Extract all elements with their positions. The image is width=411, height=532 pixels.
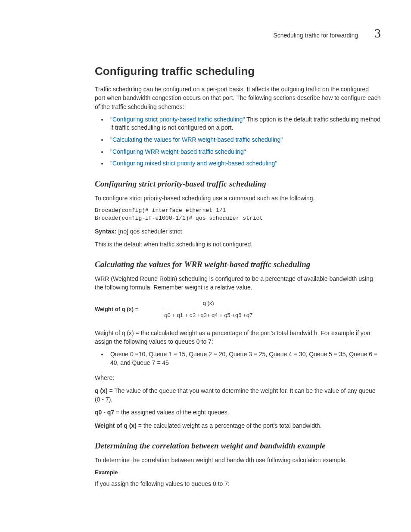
list-item: Queue 0 =10, Queue 1 = 15, Queue 2 = 20,… bbox=[108, 350, 381, 367]
body-text: If you assign the following values to qu… bbox=[95, 479, 381, 488]
list-item: "Configuring strict priority-based traff… bbox=[108, 115, 381, 132]
code-block: Brocade(config)# interface ethernet 1/1 … bbox=[95, 207, 381, 222]
term-body: = the calculated weight as a percentage … bbox=[137, 422, 322, 429]
definition: Weight of q (x) = the calculated weight … bbox=[95, 421, 381, 430]
syntax-label: Syntax: bbox=[95, 228, 117, 235]
fraction-line bbox=[162, 309, 254, 309]
queue-values-list: Queue 0 =10, Queue 1 = 15, Queue 2 = 20,… bbox=[95, 350, 381, 367]
body-text: Weight of q (x) = the calculated weight … bbox=[95, 329, 381, 346]
syntax-line: Syntax: [no] qos scheduler strict bbox=[95, 227, 381, 236]
list-item: "Calculating the values for WRR weight-b… bbox=[108, 136, 381, 144]
where-label: Where: bbox=[95, 373, 381, 382]
xref-link[interactable]: "Configuring mixed strict priority and w… bbox=[110, 160, 277, 167]
chapter-number: 3 bbox=[374, 26, 381, 40]
list-item-text: Queue 0 =10, Queue 1 = 15, Queue 2 = 20,… bbox=[110, 351, 377, 366]
definition: q0 - q7 = the assigned values of the eig… bbox=[95, 408, 381, 417]
term-name: q0 - q7 bbox=[95, 409, 114, 416]
formula-denominator: q0 + q1 + q2 +q3+ q4 + q5 +q6 +q7 bbox=[162, 311, 254, 318]
formula: Weight of q (x) = q (x) q0 + q1 + q2 +q3… bbox=[95, 300, 381, 318]
section-intro: Traffic scheduling can be configured on … bbox=[95, 85, 381, 111]
body-text: WRR (Weighted Round Robin) scheduling is… bbox=[95, 274, 381, 292]
running-title: Scheduling traffic for forwarding bbox=[273, 32, 358, 39]
section-heading: Configuring traffic scheduling bbox=[95, 65, 381, 78]
formula-numerator: q (x) bbox=[162, 300, 254, 308]
body-text: To configure strict priority-based sched… bbox=[95, 194, 381, 202]
formula-lhs: Weight of q (x) = bbox=[95, 306, 138, 312]
syntax-body: [no] qos scheduler strict bbox=[117, 228, 182, 235]
page-content: Scheduling traffic for forwarding 3 Conf… bbox=[0, 0, 411, 527]
term-body: = The value of the queue that you want t… bbox=[95, 387, 376, 403]
term-body: = the assigned values of the eight queue… bbox=[114, 409, 229, 416]
subsection-heading: Configuring strict priority-based traffi… bbox=[95, 179, 381, 189]
scheme-list: "Configuring strict priority-based traff… bbox=[95, 115, 381, 168]
term-name: q (x) bbox=[95, 387, 108, 394]
term-name: Weight of q (x) bbox=[95, 422, 137, 429]
list-item: "Configuring WRR weight-based traffic sc… bbox=[108, 148, 381, 156]
body-text: To determine the correlation between wei… bbox=[95, 456, 381, 464]
running-header: Scheduling traffic for forwarding 3 bbox=[95, 26, 381, 40]
subsection-heading: Calculating the values for WRR weight-ba… bbox=[95, 260, 381, 269]
definition: q (x) = The value of the queue that you … bbox=[95, 386, 381, 404]
xref-link[interactable]: "Calculating the values for WRR weight-b… bbox=[110, 136, 283, 143]
formula-fraction: q (x) q0 + q1 + q2 +q3+ q4 + q5 +q6 +q7 bbox=[162, 300, 254, 318]
example-label: Example bbox=[95, 469, 381, 477]
list-item: "Configuring mixed strict priority and w… bbox=[108, 159, 381, 168]
body-text: This is the default when traffic schedul… bbox=[95, 240, 381, 249]
xref-link[interactable]: "Configuring strict priority-based traff… bbox=[110, 116, 245, 123]
xref-link[interactable]: "Configuring WRR weight-based traffic sc… bbox=[110, 148, 246, 155]
subsection-heading: Determining the correlation between weig… bbox=[95, 441, 381, 451]
